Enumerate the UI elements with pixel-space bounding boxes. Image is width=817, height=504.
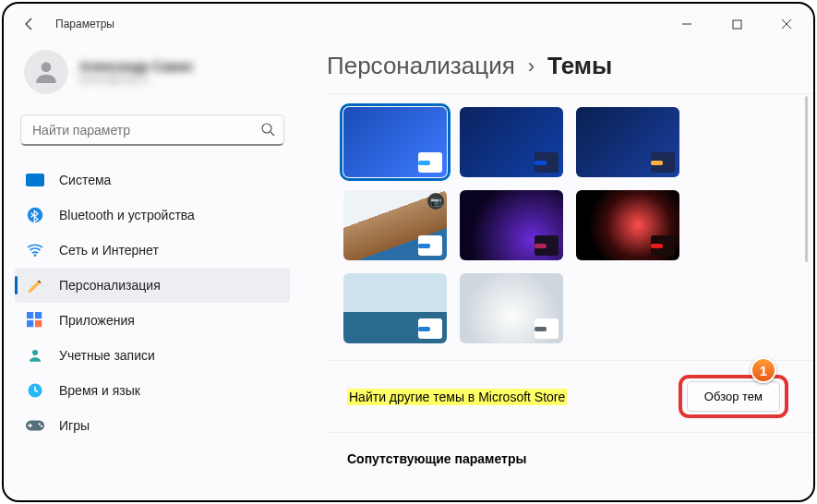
sidebar-item-label: Система <box>59 173 111 187</box>
sidebar-item-label: Время и язык <box>59 383 140 398</box>
maximize-button[interactable] <box>723 10 751 38</box>
chevron-right-icon: › <box>528 54 535 78</box>
sidebar-item-label: Сеть и Интернет <box>59 243 159 258</box>
svg-rect-8 <box>27 312 33 318</box>
breadcrumb-current: Темы <box>547 52 612 80</box>
theme-thumbnail[interactable] <box>460 190 563 260</box>
avatar <box>24 50 68 94</box>
theme-thumbnail[interactable] <box>460 107 563 177</box>
svg-rect-9 <box>35 312 42 318</box>
search-icon <box>260 122 275 140</box>
time-icon <box>26 381 44 400</box>
system-icon <box>26 171 44 189</box>
annotation-badge: 1 <box>751 357 776 383</box>
user-block[interactable]: Александр Савин primer@mail.ru <box>15 44 290 111</box>
theme-thumbnail[interactable] <box>576 107 679 177</box>
theme-accent-chip <box>535 318 559 339</box>
close-button[interactable] <box>773 10 800 38</box>
sidebar-item-label: Персонализация <box>59 278 161 293</box>
svg-rect-1 <box>733 20 741 29</box>
breadcrumb: Персонализация › Темы <box>327 52 813 80</box>
acct-icon <box>26 346 44 365</box>
titlebar: Параметры <box>4 4 813 44</box>
scrollbar[interactable] <box>805 96 808 262</box>
net-icon <box>26 241 44 259</box>
game-icon <box>26 416 44 435</box>
user-name: Александр Савин <box>79 59 193 74</box>
store-bar: Найти другие темы в Microsoft Store 1 Об… <box>327 360 813 433</box>
breadcrumb-parent[interactable]: Персонализация <box>327 52 515 80</box>
browse-themes-button[interactable]: Обзор тем <box>687 381 780 412</box>
svg-point-6 <box>28 208 43 223</box>
svg-rect-10 <box>27 320 33 327</box>
sidebar-item-game[interactable]: Игры <box>15 408 290 443</box>
svg-point-2 <box>42 62 52 72</box>
theme-accent-chip <box>651 152 675 173</box>
minimize-button[interactable] <box>673 10 701 38</box>
svg-line-4 <box>270 132 274 136</box>
theme-accent-chip <box>418 152 442 173</box>
theme-thumbnail[interactable] <box>343 107 447 177</box>
sidebar: Александр Савин primer@mail.ru СистемаBl… <box>4 44 301 500</box>
sidebar-item-system[interactable]: Система <box>15 162 290 198</box>
content-area: Персонализация › Темы 📷 Найти другие тем… <box>301 44 813 500</box>
theme-thumbnail[interactable] <box>576 190 679 260</box>
theme-grid: 📷 <box>327 94 788 360</box>
svg-rect-5 <box>26 174 44 186</box>
theme-accent-chip <box>535 235 559 256</box>
camera-icon: 📷 <box>427 193 444 210</box>
find-more-themes-label: Найти другие темы в Microsoft Store <box>347 389 567 405</box>
theme-thumbnail[interactable]: 📷 <box>343 190 447 260</box>
theme-accent-chip <box>535 152 559 173</box>
theme-accent-chip <box>418 318 442 339</box>
svg-point-15 <box>38 423 40 425</box>
sidebar-item-label: Приложения <box>59 313 135 328</box>
sidebar-item-acct[interactable]: Учетные записи <box>15 338 290 373</box>
theme-accent-chip <box>651 235 675 256</box>
svg-point-7 <box>34 254 37 257</box>
theme-accent-chip <box>418 235 442 256</box>
back-button[interactable] <box>17 11 42 37</box>
sidebar-item-label: Bluetooth и устройства <box>59 208 195 222</box>
user-email: primer@mail.ru <box>79 74 193 85</box>
theme-thumbnail[interactable] <box>460 273 563 343</box>
sidebar-item-net[interactable]: Сеть и Интернет <box>15 233 290 268</box>
related-heading: Сопутствующие параметры <box>327 433 813 466</box>
bt-icon <box>26 206 44 224</box>
sidebar-item-bt[interactable]: Bluetooth и устройства <box>15 198 290 233</box>
sidebar-item-time[interactable]: Время и язык <box>15 373 290 408</box>
app-title: Параметры <box>55 18 114 30</box>
theme-thumbnail[interactable] <box>343 273 447 343</box>
sidebar-item-label: Игры <box>59 418 90 433</box>
sidebar-item-label: Учетные записи <box>59 348 155 363</box>
sidebar-item-pers[interactable]: Персонализация <box>15 268 290 303</box>
svg-point-16 <box>41 426 42 427</box>
search-input[interactable] <box>20 114 284 146</box>
svg-rect-11 <box>35 320 42 327</box>
svg-point-3 <box>262 124 271 133</box>
apps-icon <box>26 311 44 330</box>
pers-icon <box>26 276 44 294</box>
svg-point-12 <box>32 350 38 355</box>
sidebar-item-apps[interactable]: Приложения <box>15 303 290 338</box>
